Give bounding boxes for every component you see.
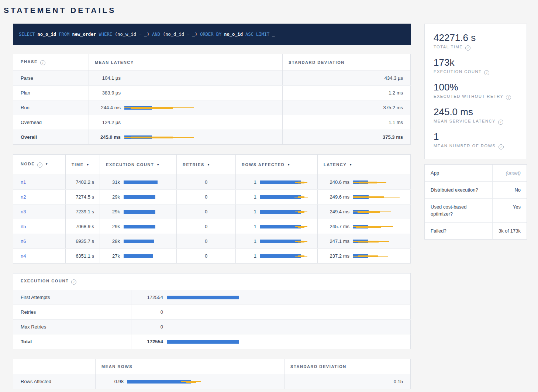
bar-chart (260, 239, 311, 244)
info-icon[interactable]: i (484, 70, 489, 75)
table-header-row: Execution Counti (13, 274, 411, 290)
phase-std-value: 434.3 µs (283, 71, 411, 86)
summary-stat: 173k Execution Counti (434, 57, 518, 75)
mean-rows-cell: 0.98 (96, 374, 284, 389)
stddev-bar (186, 381, 196, 383)
rows-affected-value: 1 (242, 238, 256, 244)
sql-token: new_order (72, 32, 99, 37)
execution-count-column-header[interactable]: Execution Count▼ (100, 155, 177, 175)
stddev-bar (298, 211, 304, 213)
mean-bar (167, 340, 239, 344)
column-header-label: Rows Affected (242, 162, 284, 167)
node-link[interactable]: n5 (21, 224, 26, 229)
node-link[interactable]: n4 (21, 253, 26, 259)
sql-statement: SELECT no_o_id FROM new_order WHERE (no_… (13, 24, 411, 45)
bar-chart (124, 224, 170, 229)
execution-count-value: 27k (106, 253, 120, 259)
sql-token: ASC LIMIT (245, 32, 272, 37)
standard-deviation-column-header: Standard Deviation (284, 359, 411, 374)
info-icon[interactable]: i (465, 45, 470, 51)
phase-table: Phasei Mean Latency Standard Deviation P… (13, 54, 411, 145)
stddev-bar (298, 196, 304, 198)
execution-count-row: Total 172554 (13, 334, 411, 349)
node-time-value: 7274.5 s (66, 190, 100, 204)
mean-latency-value: 104.1 µs (95, 75, 121, 81)
bar-chart (124, 91, 276, 95)
execution-count-value: 31k (106, 179, 120, 185)
rows-table-header: Mean Rows Standard Deviation (13, 359, 411, 374)
time-column-header[interactable]: Time▼ (66, 155, 100, 175)
summary-stat: 245.0 ms Mean Service Latencyi (434, 106, 518, 125)
execution-count-cell: 0 (131, 305, 411, 320)
info-icon[interactable]: i (37, 162, 42, 168)
info-icon[interactable]: i (71, 279, 76, 285)
node-row: n6 6935.7 s 28k 0 1 247.1 ms (13, 234, 411, 249)
sql-token: ORDER BY (200, 32, 224, 37)
table-header-row: Phasei Mean Latency Standard Deviation (13, 54, 411, 71)
node-link[interactable]: n2 (21, 194, 26, 200)
sql-token: (no_d_id = _) (163, 32, 200, 37)
node-row: n2 7274.5 s 29k 0 1 249.6 ms (13, 190, 411, 204)
stddev-bar (358, 255, 378, 257)
latency-column-header[interactable]: Latency▼ (318, 155, 411, 175)
bar-chart (167, 295, 404, 300)
caret-down-icon: ▼ (349, 163, 352, 166)
table-header-row: Nodei▼ Time▼ Execution Count▼ Retries▼ R… (13, 155, 411, 175)
node-row: n3 7239.1 s 29k 0 1 249.4 ms (13, 204, 411, 219)
phase-mean-cell: 244.4 ms (89, 100, 283, 115)
node-latency-cell: 245.7 ms (318, 219, 411, 234)
node-link[interactable]: n6 (21, 238, 26, 244)
rows-affected-label: Rows Affected (13, 374, 96, 389)
detail-label: App (425, 165, 493, 181)
column-header-label: Standard Deviation (290, 364, 346, 369)
execution-count-header: Execution Counti (13, 274, 411, 290)
bar-chart (127, 379, 278, 384)
node-time-value: 7068.9 s (66, 219, 100, 234)
info-icon[interactable]: i (506, 95, 511, 100)
mean-bar (124, 195, 155, 199)
node-retries-value: 0 (177, 249, 236, 264)
mean-rows-value: 0.98 (101, 379, 124, 384)
mean-bar (167, 296, 239, 299)
mean-latency-value: 383.9 µs (95, 90, 121, 96)
bar-chart (260, 224, 311, 229)
bar-chart (260, 195, 311, 199)
stat-value: 42271.6 s (434, 32, 518, 44)
execution-count-value: 28k (106, 238, 120, 244)
caret-down-icon: ▼ (86, 163, 89, 166)
execution-count-value: 0 (137, 324, 163, 330)
node-retries-value: 0 (177, 204, 236, 219)
caret-down-icon: ▼ (287, 163, 290, 166)
latency-value: 237.2 ms (324, 253, 349, 259)
bar-chart (353, 254, 404, 258)
execution-count-row: Max Retries 0 (13, 320, 411, 334)
rows-affected-column-header[interactable]: Rows Affected▼ (236, 155, 318, 175)
node-link[interactable]: n1 (21, 179, 26, 185)
retries-column-header[interactable]: Retries▼ (177, 155, 236, 175)
rows-affected-table: Mean Rows Standard Deviation Rows Affect… (13, 359, 411, 389)
info-icon[interactable]: i (498, 120, 503, 125)
phase-row: Overall 245.0 ms 375.3 ms (13, 130, 411, 145)
node-column-header[interactable]: Nodei▼ (13, 155, 66, 175)
stat-label: Executed without Retryi (434, 94, 518, 100)
stddev-bar (359, 182, 377, 183)
bar-chart (353, 195, 404, 199)
phase-mean-cell: 104.1 µs (89, 71, 283, 86)
execution-count-value: 172554 (137, 339, 163, 344)
execution-count-value: 172554 (137, 295, 163, 300)
info-icon[interactable]: i (40, 60, 45, 65)
rows-affected-value: 1 (242, 253, 256, 259)
phase-mean-cell: 383.9 µs (89, 86, 283, 100)
node-link[interactable]: n3 (21, 209, 26, 214)
sql-token: SELECT (19, 32, 38, 37)
node-cell: n4 (13, 249, 66, 264)
node-row: n1 7402.2 s 31k 0 1 240.6 ms (13, 175, 411, 190)
info-icon[interactable]: i (499, 144, 504, 149)
node-execution-count-cell: 29k (100, 219, 177, 234)
node-rows-affected-cell: 1 (236, 234, 318, 249)
column-header-label: Execution Count (106, 162, 154, 167)
node-cell: n3 (13, 204, 66, 219)
page-title: STATEMENT DETAILS (4, 6, 533, 15)
bar-chart (353, 210, 404, 214)
node-cell: n6 (13, 234, 66, 249)
